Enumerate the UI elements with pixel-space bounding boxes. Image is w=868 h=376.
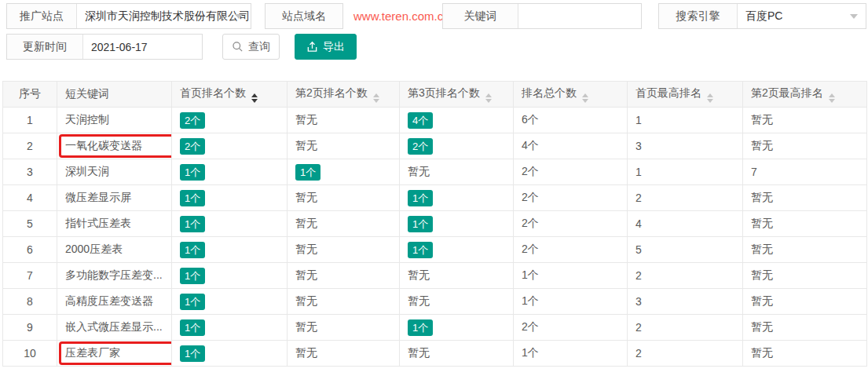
best-home-rank-cell: 3	[628, 133, 743, 159]
best-page2-rank-cell: 暂无	[743, 341, 867, 367]
column-label: 短关键词	[65, 87, 109, 100]
sort-icon[interactable]	[251, 93, 258, 103]
best-home-rank-cell: 1	[628, 159, 743, 185]
column-label: 序号	[19, 87, 41, 100]
count-badge: 2个	[408, 138, 433, 155]
table-header: 序号短关键词首页排名个数第2页排名个数第3页排名个数排名总个数首页最高排名第2页…	[3, 82, 867, 108]
keyword-text: 天润控制	[65, 113, 109, 126]
sort-icon[interactable]	[582, 93, 588, 103]
row-index: 1	[3, 108, 57, 133]
count-badge: 1个	[180, 164, 205, 181]
promo-site-select[interactable]: 深圳市天润控制技术股份有限公司	[77, 4, 251, 28]
search-engine-field: 搜索引擎 百度PC	[658, 3, 866, 29]
table-row: 62000压差表1个暂无1个2个5暂无	[3, 237, 867, 263]
domain-value-link[interactable]: www.teren.com.cn	[353, 3, 450, 29]
column-header-8[interactable]: 第2页最高排名	[743, 82, 867, 108]
page2-count-cell: 暂无	[288, 211, 400, 237]
table-row: 3深圳天润1个1个暂无2个17	[3, 159, 867, 185]
export-button[interactable]: 导出	[295, 34, 357, 60]
best-home-rank-cell: 2	[628, 263, 743, 289]
keyword-cell: 天润控制	[57, 108, 172, 133]
keyword-ranking-page: 推广站点 深圳市天润控制技术股份有限公司 站点域名 www.teren.com.…	[0, 0, 868, 376]
count-badge: 2个	[180, 138, 205, 155]
table-body: 1天润控制2个暂无4个6个1暂无2一氧化碳变送器2个暂无2个4个3暂无3深圳天润…	[3, 108, 867, 367]
page1-count-cell: 1个	[172, 237, 288, 263]
search-engine-value: 百度PC	[745, 9, 782, 24]
column-label: 第2页排名个数	[295, 86, 368, 99]
total-count-cell: 1个	[514, 341, 628, 367]
total-count-cell: 2个	[514, 211, 628, 237]
keyword-text: 嵌入式微压差显示...	[65, 320, 163, 333]
search-icon	[232, 41, 244, 53]
row-index: 10	[3, 341, 57, 367]
domain-label: 站点域名	[282, 9, 326, 24]
column-header-3[interactable]: 首页排名个数	[172, 82, 288, 108]
best-page2-rank-cell: 暂无	[743, 108, 867, 133]
keyword-text: 指针式压差表	[65, 217, 131, 229]
page2-count-cell: 暂无	[288, 133, 400, 159]
keyword-cell: 压差表厂家	[57, 341, 172, 367]
sort-icon[interactable]	[485, 93, 492, 103]
count-badge: 1个	[180, 190, 205, 206]
column-header-4[interactable]: 第2页排名个数	[288, 82, 400, 108]
query-button-label: 查询	[248, 40, 270, 54]
page3-count-cell: 1个	[400, 315, 514, 341]
total-count-cell: 2个	[514, 315, 628, 341]
sort-icon[interactable]	[707, 93, 713, 103]
keyword-cell: 2000压差表	[57, 237, 172, 263]
page3-count-cell: 暂无	[400, 289, 514, 315]
best-home-rank-cell: 1	[628, 108, 743, 133]
sort-icon[interactable]	[829, 93, 835, 103]
keyword-field: 关键词	[442, 3, 642, 29]
search-engine-label: 搜索引擎	[659, 4, 738, 28]
keyword-cell: 多功能数字压差变...	[57, 263, 172, 289]
keyword-text: 压差表厂家	[65, 346, 120, 359]
count-badge: 1个	[180, 268, 205, 284]
row-index: 5	[3, 211, 57, 237]
keyword-text: 高精度压差变送器	[65, 294, 153, 307]
column-header-5[interactable]: 第3页排名个数	[400, 82, 514, 108]
page2-count-cell: 暂无	[288, 108, 400, 133]
best-page2-rank-cell: 暂无	[743, 289, 867, 315]
domain-label-box: 站点域名	[265, 3, 343, 29]
total-count-cell: 4个	[514, 133, 628, 159]
update-time-value-box[interactable]: 2021-06-17	[83, 35, 202, 59]
page2-count-cell: 1个	[288, 159, 400, 185]
page3-count-cell: 1个	[400, 211, 514, 237]
row-index: 4	[3, 185, 57, 211]
column-header-6[interactable]: 排名总个数	[514, 82, 628, 108]
keyword-text: 微压差显示屏	[65, 191, 131, 203]
keyword-cell: 指针式压差表	[57, 211, 172, 237]
sort-icon[interactable]	[373, 93, 379, 103]
keyword-cell: 高精度压差变送器	[57, 289, 172, 315]
page3-count-cell: 暂无	[400, 159, 514, 185]
total-count-cell: 1个	[514, 263, 628, 289]
keyword-input[interactable]	[518, 4, 641, 28]
column-label: 首页排名个数	[180, 86, 246, 99]
row-index: 8	[3, 289, 57, 315]
page1-count-cell: 1个	[172, 263, 288, 289]
update-time-label: 更新时间	[7, 35, 83, 59]
search-engine-select[interactable]: 百度PC	[738, 4, 866, 28]
query-button[interactable]: 查询	[222, 34, 280, 60]
column-label: 排名总个数	[522, 86, 577, 99]
total-count-cell: 2个	[514, 237, 628, 263]
page2-count-cell: 暂无	[288, 263, 400, 289]
keyword-cell: 微压差显示屏	[57, 185, 172, 211]
page1-count-cell: 1个	[172, 315, 288, 341]
best-page2-rank-cell: 暂无	[743, 237, 867, 263]
page1-count-cell: 1个	[172, 185, 288, 211]
count-badge: 1个	[408, 190, 433, 206]
table-row: 2一氧化碳变送器2个暂无2个4个3暂无	[3, 133, 867, 159]
table-row: 5指针式压差表1个暂无1个2个4暂无	[3, 211, 867, 237]
row-index: 6	[3, 237, 57, 263]
page2-count-cell: 暂无	[288, 341, 400, 367]
page2-count-cell: 暂无	[288, 237, 400, 263]
column-header-7[interactable]: 首页最高排名	[628, 82, 743, 108]
best-page2-rank-cell: 暂无	[743, 211, 867, 237]
page2-count-cell: 暂无	[288, 315, 400, 341]
column-header-2: 短关键词	[57, 82, 172, 108]
best-home-rank-cell: 2	[628, 341, 743, 367]
best-page2-rank-cell: 暂无	[743, 185, 867, 211]
promo-site-label: 推广站点	[7, 4, 77, 28]
